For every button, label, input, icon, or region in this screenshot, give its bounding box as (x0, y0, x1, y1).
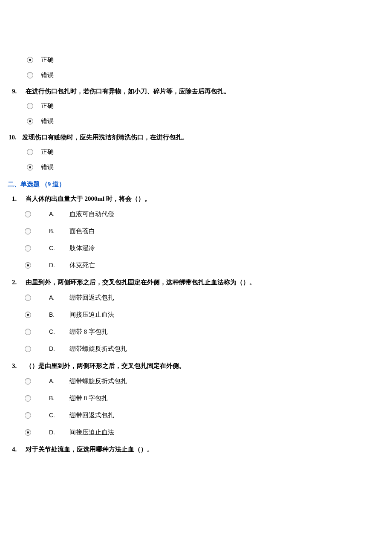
option-letter: A. (49, 209, 69, 219)
radio-selected-icon (27, 164, 33, 171)
question-number: 1. (12, 194, 24, 204)
mc-q1-options: A. 血液可自动代偿 B. 面色苍白 C. 肢体湿冷 D. 休克死亡 (8, 206, 384, 273)
option-text: 肢体湿冷 (69, 243, 95, 253)
radio-selected-icon (25, 312, 31, 318)
mc-q2-options: A. 绷带回返式包扎 B. 间接压迫止血法 C. 绷带 8 字包扎 D. 绷带螺… (8, 290, 384, 356)
mc-q2-text: 2. 由里到外，两侧环形之后，交叉包扎固定在外侧，这种绑带包扎止血法称为（）。 (12, 277, 384, 287)
mc-q1-option-d[interactable]: D. 休克死亡 (25, 257, 384, 273)
q9-option-correct[interactable]: 正确 (27, 99, 384, 113)
question-body: 对于关节处流血，应选用哪种方法止血（）。 (26, 446, 153, 453)
question-body: 在进行伤口包扎时，若伤口有异物，如小刀、碎片等，应除去后再包扎。 (26, 88, 230, 95)
radio-unselected-icon (25, 346, 31, 352)
option-label: 错误 (41, 70, 54, 80)
q10-options: 正确 错误 (8, 145, 384, 174)
radio-unselected-icon (25, 378, 31, 384)
option-letter: A. (49, 293, 69, 302)
option-letter: A. (49, 376, 69, 386)
radio-unselected-icon (25, 211, 31, 217)
option-text: 绷带螺旋反折式包扎 (69, 344, 127, 354)
mc-q2-option-a[interactable]: A. 绷带回返式包扎 (25, 290, 384, 305)
mc-q1-option-c[interactable]: C. 肢体湿冷 (25, 240, 384, 256)
exam-page: 正确 错误 9. 在进行伤口包扎时，若伤口有异物，如小刀、碎片等，应除去后再包扎… (0, 0, 392, 474)
q8-options: 正确 错误 (8, 53, 384, 82)
option-label: 正确 (41, 147, 54, 157)
radio-selected-icon (27, 118, 33, 124)
mc-q2-option-c[interactable]: C. 绷带 8 字包扎 (25, 324, 384, 339)
mc-q3-text: 3. （）是由里到外，两侧环形之后，交叉包扎固定在外侧。 (12, 361, 384, 371)
radio-unselected-icon (25, 329, 31, 335)
q9-option-wrong[interactable]: 错误 (27, 114, 384, 128)
option-text: 休克死亡 (69, 260, 95, 270)
mc-q3-option-c[interactable]: C. 绷带回返式包扎 (25, 408, 384, 423)
q10-text: 10. 发现伤口有赃物时，应先用洗洁剂清洗伤口，在进行包扎。 (9, 132, 384, 142)
option-text: 绷带回返式包扎 (69, 292, 114, 303)
option-letter: B. (49, 310, 69, 319)
mc-q1-text: 1. 当人体的出血量大于 2000ml 时，将会（）。 (12, 194, 384, 204)
option-text: 间接压迫止血法 (69, 309, 114, 320)
q9-options: 正确 错误 (8, 99, 384, 128)
question-body: （）是由里到外，两侧环形之后，交叉包扎固定在外侧。 (26, 362, 185, 369)
option-label: 正确 (41, 55, 54, 65)
mc-q2-option-d[interactable]: D. 绷带螺旋反折式包扎 (25, 341, 384, 356)
mc-q3-options: A. 绷带螺旋反折式包扎 B. 绷带 8 字包扎 C. 绷带回返式包扎 D. 间… (8, 373, 384, 440)
radio-unselected-icon (25, 228, 31, 234)
radio-unselected-icon (27, 103, 33, 109)
question-number: 10. (9, 132, 20, 142)
radio-unselected-icon (25, 245, 31, 251)
radio-unselected-icon (25, 295, 31, 301)
option-letter: C. (49, 327, 69, 336)
mc-q3-option-a[interactable]: A. 绷带螺旋反折式包扎 (25, 373, 384, 389)
question-body: 当人体的出血量大于 2000ml 时，将会（）。 (26, 195, 151, 202)
mc-q3-option-b[interactable]: B. 绷带 8 字包扎 (25, 390, 384, 406)
radio-selected-icon (27, 57, 33, 63)
q10-option-wrong[interactable]: 错误 (27, 160, 384, 174)
question-number: 9. (12, 86, 24, 96)
option-letter: B. (49, 393, 69, 403)
radio-unselected-icon (27, 72, 33, 78)
q10-option-correct[interactable]: 正确 (27, 145, 384, 159)
question-body: 由里到外，两侧环形之后，交叉包扎固定在外侧，这种绑带包扎止血法称为（）。 (26, 279, 256, 286)
question-body: 发现伤口有赃物时，应先用洗洁剂清洗伤口，在进行包扎。 (22, 134, 188, 141)
mc-q1-option-a[interactable]: A. 血液可自动代偿 (25, 206, 384, 222)
question-number: 4. (12, 444, 24, 454)
q8-option-wrong[interactable]: 错误 (27, 68, 384, 82)
mc-q2-option-b[interactable]: B. 间接压迫止血法 (25, 307, 384, 322)
radio-selected-icon (25, 262, 31, 269)
question-number: 2. (12, 277, 24, 287)
option-text: 面色苍白 (69, 226, 95, 236)
option-letter: D. (49, 344, 69, 353)
question-number: 3. (12, 361, 24, 371)
option-letter: D. (49, 428, 69, 437)
option-text: 绷带 8 字包扎 (69, 327, 108, 337)
option-letter: C. (49, 410, 69, 420)
section2-header: 二、单选题 （9 道） (8, 179, 384, 189)
q9-text: 9. 在进行伤口包扎时，若伤口有异物，如小刀、碎片等，应除去后再包扎。 (12, 86, 384, 96)
radio-unselected-icon (27, 149, 33, 155)
radio-unselected-icon (25, 412, 31, 419)
option-label: 错误 (41, 116, 54, 126)
option-label: 正确 (41, 101, 54, 111)
q8-option-correct[interactable]: 正确 (27, 53, 384, 66)
option-text: 绷带螺旋反折式包扎 (69, 376, 127, 386)
mc-q1-option-b[interactable]: B. 面色苍白 (25, 223, 384, 239)
mc-q4-text: 4. 对于关节处流血，应选用哪种方法止血（）。 (12, 444, 384, 454)
radio-selected-icon (25, 429, 31, 436)
mc-q3-option-d[interactable]: D. 间接压迫止血法 (25, 425, 384, 440)
radio-unselected-icon (25, 395, 31, 402)
option-letter: B. (49, 226, 69, 236)
option-text: 绷带回返式包扎 (69, 410, 114, 420)
option-text: 绷带 8 字包扎 (69, 393, 108, 403)
option-label: 错误 (41, 162, 54, 172)
option-letter: C. (49, 243, 69, 253)
option-letter: D. (49, 260, 69, 270)
option-text: 血液可自动代偿 (69, 209, 114, 219)
option-text: 间接压迫止血法 (69, 427, 114, 437)
